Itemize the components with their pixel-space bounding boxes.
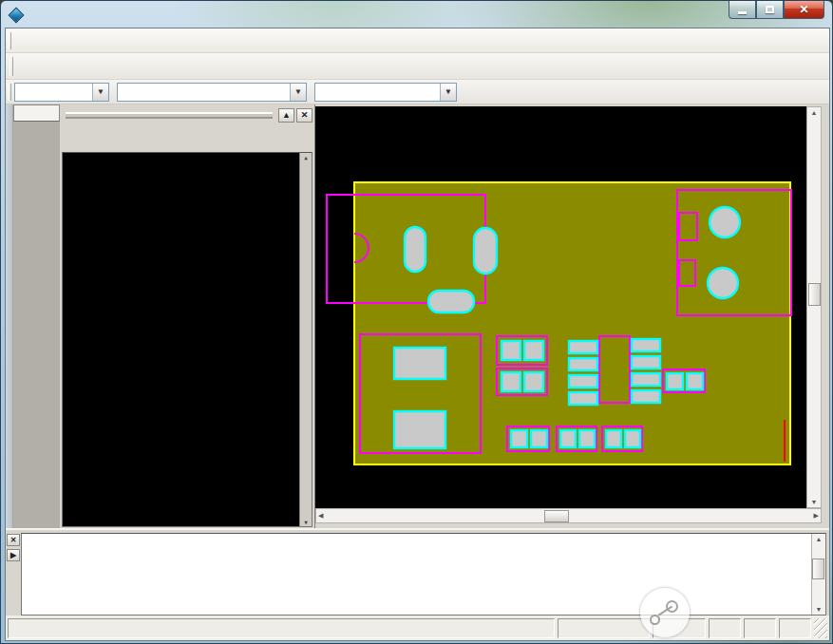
num-lock-indicator [744,618,776,638]
canvas-hscrollbar[interactable]: ◀ ▶ [315,508,822,523]
dcode-combo[interactable]: ▼ [117,83,307,102]
restore-button[interactable] [756,1,784,19]
scroll-lock-indicator [779,618,811,638]
minimize-button[interactable] [729,1,756,19]
shortcut-bar [6,104,60,528]
layer-list-scrollbar[interactable]: ▲ ▼ [299,153,312,526]
combo-toolbar: ▼ ▼ ▼ [6,80,829,104]
scroll-left-icon[interactable]: ◀ [316,510,325,521]
pcb-drawing [315,106,806,508]
log-close-button[interactable]: ✕ [7,534,20,546]
layer-list: ▲ ▼ [62,152,312,527]
app-window: ✕ ▼ ▼ ▼ [0,0,833,644]
caps-lock-indicator [709,618,741,638]
hscroll-thumb[interactable] [544,510,569,522]
chevron-down-icon[interactable]: ▼ [440,84,456,101]
pcb-canvas[interactable] [315,106,806,508]
minimize-icon [738,11,747,14]
chevron-down-icon[interactable]: ▼ [92,84,108,101]
log-expand-button[interactable]: ▶ [7,549,20,561]
title-bar[interactable]: ✕ [1,1,832,28]
layers-panel: ▲ ✕ ▲ ▼ [60,104,315,528]
layers-panel-slider[interactable] [66,112,273,119]
cam350-app-icon [9,8,23,22]
chevron-down-icon[interactable]: ▼ [290,84,306,101]
scroll-up-icon[interactable]: ▲ [304,154,308,161]
grid-combo[interactable]: ▼ [14,83,109,102]
shortcuts-header[interactable] [13,104,60,122]
cursor-coordinates [558,618,650,638]
main-toolbar [6,53,829,80]
log-panel: ✕ ▶ ▲ ▼ [6,528,829,616]
log-output[interactable]: ▲ ▼ [21,533,826,616]
panel-splitter[interactable] [6,104,13,528]
close-icon: ✕ [799,3,808,16]
scroll-down-icon[interactable]: ▼ [304,519,308,525]
resize-grip[interactable] [814,618,827,638]
scroll-right-icon[interactable]: ▶ [812,510,821,521]
scroll-up-icon[interactable]: ▲ [814,534,824,544]
scroll-down-icon[interactable]: ▼ [814,604,824,615]
close-button[interactable]: ✕ [784,1,824,19]
canvas-vscrollbar[interactable]: ▲ ▼ [806,106,822,508]
status-spacer [653,618,706,638]
scroll-up-icon[interactable]: ▲ [809,107,820,118]
vscroll-thumb[interactable] [808,283,821,306]
layers-panel-collapse-button[interactable]: ▲ [278,108,294,123]
canvas-area: ▲ ▼ ◀ ▶ [315,104,829,528]
menu-bar [6,28,829,53]
menubar-grip[interactable] [8,32,11,49]
status-message [8,618,555,638]
log-scroll-thumb[interactable] [812,559,824,579]
active-layer-combo[interactable]: ▼ [314,83,457,102]
combobar-grip[interactable] [8,84,11,101]
toolbar-grip[interactable] [9,57,13,76]
scroll-down-icon[interactable]: ▼ [809,497,820,507]
restore-icon [766,6,774,13]
layers-panel-close-button[interactable]: ✕ [296,108,312,123]
status-bar [6,616,829,640]
